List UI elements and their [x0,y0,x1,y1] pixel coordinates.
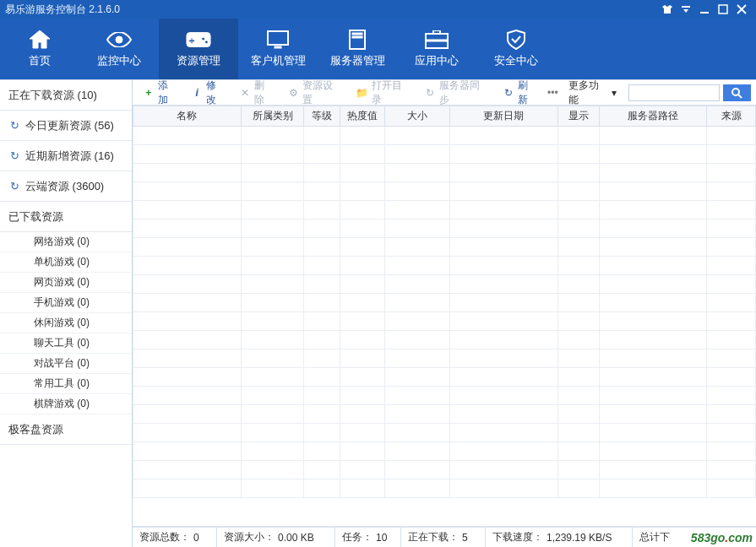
nav-apps[interactable]: 应用中心 [397,19,476,79]
table-cell [599,164,707,182]
sidebar-sub-item[interactable]: 常用工具 (0) [0,374,132,394]
table-cell [340,257,384,275]
search-input[interactable] [628,84,720,101]
sidebar-item[interactable]: 正在下载资源 (10) [0,80,132,111]
table-row [133,127,756,145]
sidebar-sub-item[interactable]: 手机游戏 (0) [0,293,132,313]
search-button[interactable] [723,84,751,101]
add-button[interactable]: +添加 [138,77,182,109]
table-cell [304,182,340,201]
table-cell [449,479,557,498]
nav-home[interactable]: 首页 [0,19,79,79]
table-row [133,349,756,368]
column-header[interactable]: 等级 [304,106,340,127]
table-row [133,294,756,312]
table-cell [304,368,340,387]
svg-point-16 [732,89,739,95]
sidebar-sub-item[interactable]: 聊天工具 (0) [0,333,132,354]
column-header[interactable]: 服务器路径 [599,106,707,127]
sidebar-sub-item[interactable]: 对战平台 (0) [0,354,132,374]
column-header[interactable]: 更新日期 [449,106,557,127]
status-dl-label: 正在下载： [408,530,459,544]
close-icon[interactable] [732,0,751,19]
status-speed-value: 1,239.19 KB/S [547,532,612,544]
status-size-value: 0.00 KB [278,532,314,544]
refresh-button[interactable]: ↻刷新 [498,77,542,109]
sidebar-item[interactable]: ↻云端资源 (3600) [0,171,132,202]
sync-button[interactable]: ↻服务器同步 [419,77,494,109]
nav-resources[interactable]: 资源管理 [159,19,238,79]
table-cell [340,331,384,349]
table-cell [599,442,707,461]
table-row [133,182,756,201]
table-row [133,257,756,275]
open-dir-button[interactable]: 📁打开目录 [351,77,416,109]
settings-button[interactable]: ⚙资源设置 [283,77,348,109]
nav-clients[interactable]: 客户机管理 [238,19,318,79]
table-cell [133,127,242,145]
table-cell [133,182,242,201]
table-cell [241,368,304,387]
sidebar-item[interactable]: 已下载资源 [0,202,132,232]
table-cell [449,424,557,442]
delete-button[interactable]: ✕删除 [234,77,279,109]
table-cell [449,331,557,349]
table-cell [599,238,707,257]
table-cell [241,201,304,219]
column-header[interactable]: 名称 [133,106,242,127]
table-row [133,387,756,405]
nav-servers[interactable]: 服务器管理 [318,19,397,79]
svg-rect-0 [700,12,709,14]
table-cell [340,164,384,182]
table-cell [304,275,340,294]
nav-security[interactable]: 安全中心 [476,19,556,79]
status-bar: 资源总数：0 资源大小：0.00 KB 任务：10 正在下载：5 下载速度：1,… [133,527,756,547]
column-header[interactable]: 所属类别 [241,106,304,127]
table-cell [449,145,557,164]
shirt-icon[interactable] [658,0,677,19]
sidebar-item[interactable]: ↻近期新增资源 (16) [0,141,132,171]
resource-table-wrap[interactable]: 名称所属类别等级热度值大小更新日期显示服务器路径来源 [133,106,756,527]
titlebar: 易乐游服务控制台 2.1.6.0 [0,0,756,19]
table-cell [557,275,599,294]
table-cell [707,182,756,201]
table-cell [385,238,450,257]
table-row [133,238,756,257]
column-header[interactable]: 显示 [557,106,599,127]
column-header[interactable]: 来源 [707,106,756,127]
table-cell [599,145,707,164]
sidebar-item[interactable]: 极客盘资源 [0,414,132,445]
table-cell [241,331,304,349]
table-cell [385,331,450,349]
sidebar-sub-item[interactable]: 网络游戏 (0) [0,232,132,252]
column-header[interactable]: 大小 [385,106,450,127]
sidebar-sub-item[interactable]: 休闲游戏 (0) [0,313,132,333]
maximize-icon[interactable] [714,0,732,19]
table-cell [385,164,450,182]
status-tasks-label: 任务： [342,530,373,544]
table-cell [133,349,242,368]
dropdown-icon[interactable] [677,0,695,19]
sidebar-item-label: 今日更新资源 (56) [25,118,114,133]
table-cell [385,442,450,461]
column-header[interactable]: 热度值 [340,106,384,127]
table-cell [557,145,599,164]
eye-icon [106,30,132,50]
chevron-down-icon: ▾ [612,87,617,99]
table-cell [340,145,384,164]
sidebar-sub-item[interactable]: 单机游戏 (0) [0,252,132,273]
table-cell [133,257,242,275]
minimize-icon[interactable] [695,0,714,19]
table-cell [599,275,707,294]
edit-button[interactable]: i修改 [186,77,231,109]
sidebar-sub-item[interactable]: 棋牌游戏 (0) [0,394,132,414]
sidebar-sub-item[interactable]: 网页游戏 (0) [0,273,132,293]
sidebar-item[interactable]: ↻今日更新资源 (56) [0,111,132,141]
table-cell [241,387,304,405]
table-cell [385,479,450,498]
table-cell [557,294,599,312]
more-button[interactable]: 更多功能 ▾ [563,77,622,109]
nav-monitor[interactable]: 监控中心 [79,19,159,79]
table-cell [340,368,384,387]
table-row [133,201,756,219]
